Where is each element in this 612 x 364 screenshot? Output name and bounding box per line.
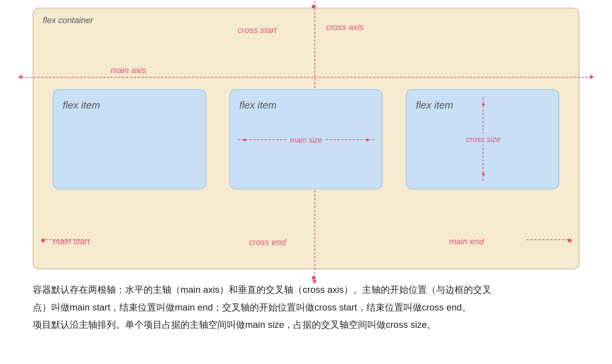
- flex-item-2-label: flex item: [239, 99, 277, 111]
- cross-size-arrow-top: [482, 102, 485, 105]
- flex-item-1-label: flex item: [63, 99, 100, 111]
- cross-size-arrow-bottom: [482, 173, 485, 176]
- main-size-line: main size: [238, 139, 375, 140]
- cross-size-line: cross size: [483, 98, 483, 181]
- cross-end-label: cross end: [249, 237, 286, 247]
- main-axis-label: main axis: [110, 65, 146, 75]
- cross-axis-dot-bottom: [312, 276, 316, 280]
- main-axis-line: [22, 77, 592, 78]
- main-size-arrow-left: [242, 138, 246, 142]
- main-end-line: [526, 239, 569, 240]
- main-size-arrow-right: [366, 138, 370, 142]
- main-axis-arrow-left: [18, 75, 22, 79]
- flex-items-area: flex item flex item main size flex item …: [53, 89, 559, 189]
- flex-item-2: flex item main size: [229, 89, 383, 189]
- main-axis-arrow-right: [590, 75, 594, 79]
- cross-axis-dot-top: [312, 5, 316, 8]
- flex-item-1: flex item: [53, 89, 206, 189]
- main-end-label: main end: [449, 237, 484, 247]
- cross-axis-label: cross axis: [326, 22, 364, 32]
- description-line1: 容器默认存在两根轴：水平的主轴（main axis）和垂直的交叉轴（cross …: [33, 281, 579, 299]
- flex-container-label: flex container: [43, 15, 93, 25]
- cross-axis-arrow-bottom: [312, 280, 317, 284]
- main-size-label: main size: [287, 136, 325, 145]
- description: 容器默认存在两根轴：水平的主轴（main axis）和垂直的交叉轴（cross …: [33, 281, 579, 334]
- cross-size-label: cross size: [464, 134, 503, 145]
- main-start-line: [45, 239, 87, 240]
- flex-item-3: flex item cross size: [406, 89, 559, 189]
- main-start-dot: [41, 239, 45, 242]
- flex-item-3-label: flex item: [416, 99, 453, 111]
- cross-start-label: cross start: [237, 25, 276, 35]
- description-line3: 项目默认沿主轴排列。单个项目占据的主轴空间叫做main size，占据的交叉轴空…: [33, 316, 579, 334]
- flex-diagram: flex container main axis cross axis cros…: [33, 8, 579, 269]
- description-line2: 点）叫做main start，结束位置叫做main end；交叉轴的开始位置叫做…: [33, 299, 579, 316]
- main-start-label: main start: [53, 237, 90, 247]
